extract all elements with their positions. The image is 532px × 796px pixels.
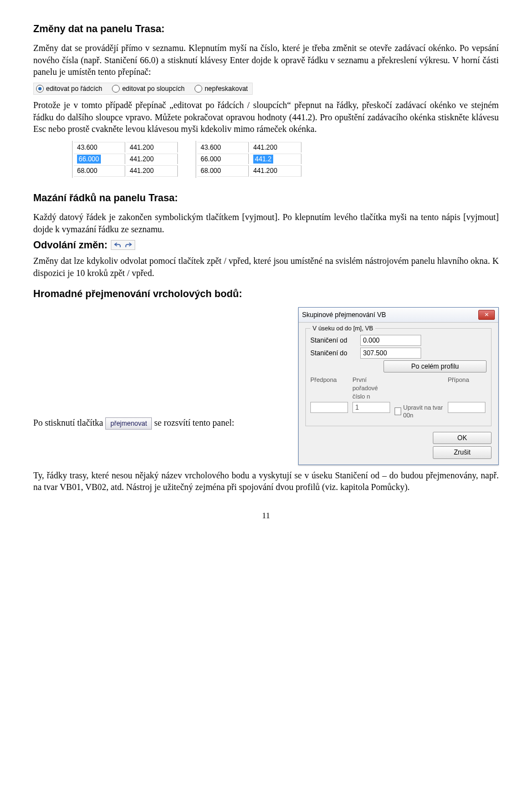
label-to: Staničení do: [310, 349, 355, 358]
redo-icon[interactable]: [125, 242, 132, 248]
table-row: 43.600441.200: [74, 142, 178, 152]
table-row: 43.600441.200: [197, 142, 301, 152]
input-pripona[interactable]: [448, 402, 485, 413]
cell-editing[interactable]: 441.2: [250, 154, 301, 164]
para-mazani: Každý datový řádek je zakončen symbolick…: [33, 211, 499, 235]
range-legend: V úseku od do [m], VB: [310, 324, 375, 333]
para-odvolani: Změny dat lze kdykoliv odvolat pomocí tl…: [33, 255, 499, 279]
cell-selected[interactable]: 66.000: [74, 154, 125, 164]
cell[interactable]: 68.000: [74, 165, 125, 176]
radio-label: editovat po sloupcích: [122, 84, 185, 93]
heading-odvolani: Odvolání změn:: [33, 238, 108, 252]
page-number: 11: [33, 510, 499, 521]
intro-b: se rozsvítí tento panel:: [154, 418, 234, 427]
col-header-predpona: Předpona: [310, 376, 349, 401]
para-zmeny-p1: Změny dat se provádějí přímo v seznamu. …: [33, 42, 499, 78]
cell[interactable]: 441.200: [126, 154, 178, 164]
radio-edit-cols[interactable]: editovat po sloupcích: [112, 84, 185, 93]
radio-icon: [112, 85, 120, 93]
cell[interactable]: 441.200: [250, 142, 301, 152]
input-cislo[interactable]: 1: [352, 402, 390, 413]
cell[interactable]: 66.000: [197, 154, 249, 164]
rename-button[interactable]: přejmenovat: [105, 417, 152, 430]
edit-mode-radio-group: editovat po řádcích editovat po sloupcíc…: [33, 83, 253, 95]
cell[interactable]: 43.600: [74, 142, 125, 152]
heading-hromadne: Hromadné přejmenování vrcholových bodů:: [33, 287, 499, 300]
close-icon: ✕: [484, 311, 489, 319]
label-from: Staničení od: [310, 336, 355, 345]
para-zmeny-p2: Protože je v tomto případě přepínač „edi…: [33, 99, 499, 135]
cell[interactable]: 441.200: [126, 142, 178, 152]
intro-a: Po stisknutí tlačítka: [33, 418, 105, 427]
radio-icon: [36, 85, 44, 93]
radio-no-skip[interactable]: nepřeskakovat: [195, 84, 248, 93]
table-row: 66.000441.200: [74, 154, 178, 164]
grid-right: 43.600441.200 66.000441.2 68.000441.200: [196, 141, 303, 178]
dialog-titlebar: Skupinové přejmenování VB ✕: [299, 308, 498, 323]
dialog-title-text: Skupinové přejmenování VB: [302, 310, 386, 319]
radio-icon: [195, 85, 202, 93]
cell[interactable]: 68.000: [197, 165, 249, 176]
range-fieldset: V úseku od do [m], VB Staničení od 0.000…: [305, 328, 492, 426]
radio-edit-rows[interactable]: editovat po řádcích: [36, 84, 102, 93]
cell[interactable]: 441.200: [126, 165, 178, 176]
cell[interactable]: 43.600: [197, 142, 249, 152]
close-button[interactable]: ✕: [478, 310, 495, 320]
input-predpona[interactable]: [310, 402, 348, 413]
undo-redo-buttons: [111, 240, 135, 250]
radio-label: nepřeskakovat: [204, 84, 248, 93]
undo-icon[interactable]: [114, 242, 121, 248]
para-hromadne-desc: Ty, řádky trasy, které nesou nějaký náze…: [33, 470, 499, 493]
grid-pair: 43.600441.200 66.000441.200 68.000441.20…: [72, 141, 499, 178]
col-header-cislo: První pořadové číslo n: [352, 376, 391, 401]
checkbox-label: Upravit na tvar 00n: [403, 404, 444, 420]
cell[interactable]: 441.200: [250, 165, 301, 176]
heading-mazani: Mazání řádků na panelu Trasa:: [33, 191, 499, 205]
col-header-pripona: Přípona: [448, 376, 487, 401]
radio-label: editovat po řádcích: [46, 84, 102, 93]
rename-dialog: Skupinové přejmenování VB ✕ V úseku od d…: [298, 307, 499, 465]
table-row: 68.000441.200: [197, 165, 301, 176]
table-row: 66.000441.2: [197, 154, 301, 164]
full-profile-button[interactable]: Po celém profilu: [383, 360, 487, 373]
ok-button[interactable]: OK: [433, 432, 492, 444]
heading-zmeny-dat: Změny dat na panelu Trasa:: [33, 22, 499, 35]
input-to[interactable]: 307.500: [360, 348, 421, 359]
input-from[interactable]: 0.000: [360, 335, 421, 346]
grid-left: 43.600441.200 66.000441.200 68.000441.20…: [72, 141, 179, 178]
table-row: 68.000441.200: [74, 165, 178, 176]
cancel-button[interactable]: Zrušit: [433, 446, 492, 458]
checkbox-format[interactable]: [395, 407, 401, 415]
